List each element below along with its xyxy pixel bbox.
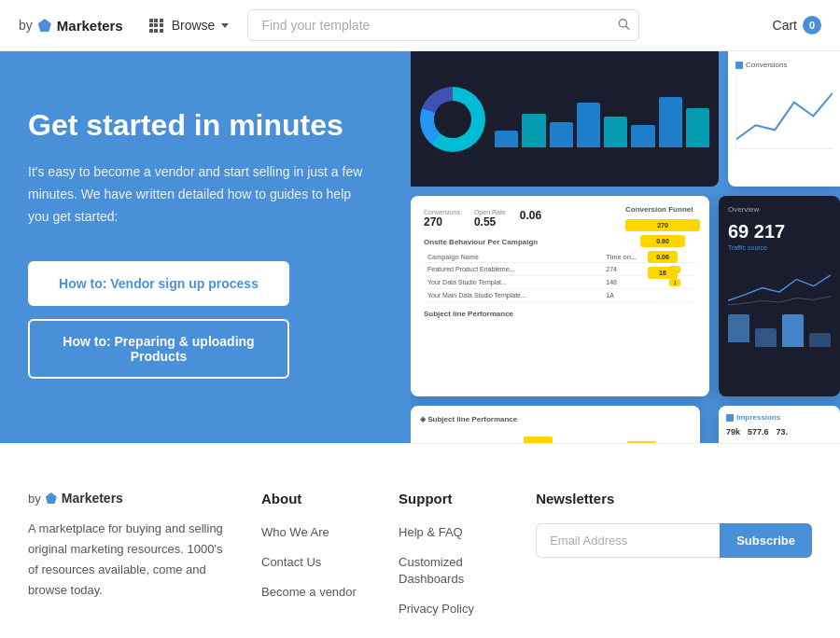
funnel-box-2: 0.80 — [640, 235, 685, 247]
footer-brand: by Marketers A marketplace for buying an… — [28, 491, 233, 630]
subject-bars — [420, 431, 691, 443]
footer-logo-by: by — [28, 492, 41, 506]
footer-newsletters-col: Newsletters Subscribe — [536, 491, 812, 630]
hero-section: Get started in minutes It's easy to beco… — [0, 51, 840, 443]
footer-about-links: Who We Are Contact Us Become a vendor — [261, 523, 371, 600]
footer-description: A marketplace for buying and selling ori… — [28, 519, 233, 601]
browse-button[interactable]: Browse — [140, 12, 239, 38]
chevron-down-icon — [221, 23, 229, 28]
row3-name: Your Main Data Studio Template... — [424, 289, 602, 302]
hero-description: It's easy to become a vendor and start s… — [28, 161, 373, 228]
diamond-icon — [38, 19, 51, 32]
conv-label: Conversions — [735, 61, 833, 69]
subject-perf-title: ◈ Subject line Performance — [420, 415, 691, 423]
stat-openrate: Open Rate 0.55 — [474, 209, 506, 229]
footer-about-title: About — [261, 491, 371, 506]
search-button[interactable] — [617, 18, 630, 34]
logo[interactable]: by Marketers — [19, 18, 123, 34]
bar-7 — [659, 97, 682, 147]
contact-us-link[interactable]: Contact Us — [261, 555, 321, 569]
impressions-label: Impressions — [736, 413, 780, 422]
footer-link-faq[interactable]: Help & FAQ — [399, 523, 508, 540]
cart-count-badge: 0 — [803, 16, 821, 35]
mini-bar-1 — [728, 314, 749, 342]
footer-newsletters-title: Newsletters — [536, 491, 812, 506]
stat-openrate-value: 0.55 — [474, 215, 506, 229]
email-input[interactable] — [536, 523, 720, 558]
privacy-policy-link[interactable]: Privacy Policy — [399, 602, 474, 616]
imp-stat-2: 577.6 — [748, 427, 769, 437]
bar-5 — [604, 117, 627, 147]
col-campaign-name: Campaign Name — [424, 252, 602, 263]
row1-name: Featured Product Enableme... — [424, 263, 602, 276]
footer-logo: by Marketers — [28, 491, 233, 506]
footer-link-who[interactable]: Who We Are — [261, 523, 371, 540]
cart-area[interactable]: Cart 0 — [773, 16, 821, 35]
subject-line-label-bottom: Subject line Performance — [424, 310, 696, 318]
newsletter-form: Subscribe — [536, 523, 812, 558]
overview-title: Overview — [728, 205, 831, 214]
browse-label: Browse — [172, 18, 216, 33]
stat-openrate-label: Open Rate — [474, 209, 506, 215]
subscribe-button[interactable]: Subscribe — [720, 523, 812, 558]
overview-mini-bars — [728, 314, 831, 347]
funnel-title: Conversion Funnel — [625, 205, 700, 214]
impressions-mockup: Impressions 79k 577.6 73. — [719, 406, 840, 443]
dark-bar-chart — [495, 91, 709, 147]
footer-diamond-icon — [46, 492, 57, 504]
logo-marketers: Marketers — [57, 18, 123, 34]
conversion-funnel: Conversion Funnel 270 0.80 0.06 16 — [625, 205, 700, 283]
imp-val-2: 577.6 — [748, 427, 769, 437]
stat-extra: 0.06 — [520, 209, 541, 229]
funnel-box-4: 16 — [648, 267, 678, 279]
hero-right-mockups: Conversions Conversions 270 Open Rate — [411, 51, 840, 443]
imp-stat-1: 79k — [726, 427, 740, 437]
hero-title: Get started in minutes — [28, 107, 373, 143]
imp-val-3: 73. — [777, 427, 789, 437]
help-faq-link[interactable]: Help & FAQ — [399, 525, 463, 539]
footer-support-title: Support — [399, 491, 508, 506]
conv-checkbox — [735, 62, 743, 69]
search-input[interactable] — [247, 9, 639, 41]
header: by Marketers Browse Cart 0 — [0, 0, 840, 51]
footer-link-dashboards[interactable]: Customized Dashboards — [399, 553, 508, 587]
customized-dashboards-link[interactable]: Customized Dashboards — [399, 555, 464, 586]
funnel-box-1: 270 — [625, 219, 700, 231]
impressions-stats: 79k 577.6 73. — [726, 427, 833, 437]
cart-label: Cart — [773, 18, 797, 33]
bar-3 — [550, 122, 573, 147]
grid-icon — [149, 19, 163, 33]
become-vendor-link[interactable]: Become a vendor — [261, 585, 357, 599]
stat-conversions-value: 270 — [424, 215, 460, 229]
conversions-mockup: Conversions — [728, 51, 840, 187]
bar-2 — [522, 114, 545, 147]
footer-link-vendor[interactable]: Become a vendor — [261, 583, 371, 600]
footer-link-privacy[interactable]: Privacy Policy — [399, 600, 508, 617]
row3-time: 1A — [602, 289, 665, 302]
bar-8 — [686, 108, 709, 147]
overview-dark-mockup: Overview 69 217 Traffic source — [719, 196, 840, 396]
overview-number: 69 217 — [728, 221, 831, 243]
upload-products-button[interactable]: How to: Preparing & uploading Products — [28, 319, 289, 379]
subject-line-title: Subject line Performance — [424, 310, 696, 318]
conv-chart — [735, 75, 833, 149]
table-row: Your Main Data Studio Template... 1A — [424, 289, 696, 302]
footer-link-contact[interactable]: Contact Us — [261, 553, 371, 570]
subject-performance-mockup: ◈ Subject line Performance — [411, 406, 700, 443]
mini-bar-4 — [809, 333, 831, 347]
logo-by: by — [19, 18, 33, 33]
row3-tag — [665, 289, 696, 302]
conversions-text: Conversions — [746, 61, 787, 69]
who-we-are-link[interactable]: Who We Are — [261, 525, 329, 539]
bar-4 — [577, 103, 600, 147]
footer-about-col: About Who We Are Contact Us Become a ven… — [261, 491, 371, 630]
footer-support-col: Support Help & FAQ Customized Dashboards… — [399, 491, 508, 630]
bar-1 — [495, 131, 518, 147]
overview-sub: Traffic source — [728, 244, 831, 251]
overview-chart — [728, 260, 831, 307]
subject-icon: ◈ — [420, 415, 427, 423]
vendor-signup-button[interactable]: How to: Vendor sign up process — [28, 261, 289, 306]
svg-line-1 — [626, 26, 629, 29]
hero-left: Get started in minutes It's easy to beco… — [0, 51, 411, 443]
search-bar — [247, 9, 639, 41]
